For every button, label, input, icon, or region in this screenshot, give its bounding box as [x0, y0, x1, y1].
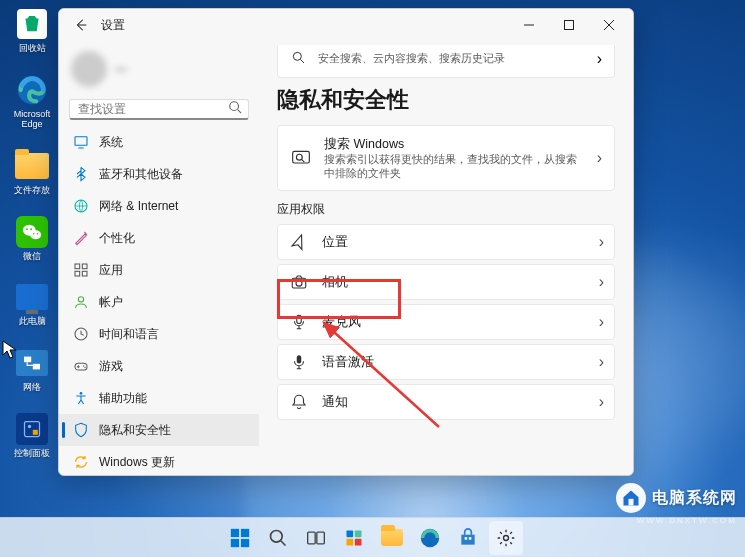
svg-rect-12 [565, 21, 574, 30]
settings-taskbar-icon[interactable] [489, 521, 523, 555]
widgets-icon[interactable] [337, 521, 371, 555]
desktop-icon-network[interactable]: 网络 [8, 345, 56, 393]
desktop-icon-this-pc[interactable]: 此电脑 [8, 279, 56, 327]
nav-label: 帐户 [99, 294, 123, 311]
desktop-icon-control-panel[interactable]: 控制面板 [8, 411, 56, 459]
chevron-right-icon: › [599, 313, 604, 331]
start-button[interactable] [223, 521, 257, 555]
svg-rect-45 [464, 537, 467, 540]
user-block[interactable]: — [59, 45, 259, 95]
search-input[interactable] [78, 102, 228, 116]
desktop-icon-recycle-bin[interactable]: 回收站 [8, 6, 56, 54]
close-button[interactable] [589, 9, 629, 41]
system-icon [73, 134, 89, 150]
notifications-icon [288, 393, 310, 411]
personalize-icon [73, 230, 89, 246]
svg-rect-36 [240, 538, 248, 546]
chevron-right-icon: › [599, 393, 604, 411]
nav-label: 应用 [99, 262, 123, 279]
taskbar-search-icon[interactable] [261, 521, 295, 555]
svg-rect-19 [82, 271, 87, 276]
nav-label: 网络 & Internet [99, 198, 178, 215]
svg-point-25 [80, 392, 83, 395]
desktop-icon-edge[interactable]: Microsoft Edge [8, 72, 56, 130]
search-windows-card[interactable]: 搜索 Windows 搜索索引以获得更快的结果，查找我的文件，从搜索中排除的文件… [277, 125, 615, 191]
desktop-icon-label: 微信 [23, 252, 41, 262]
sidebar-item-network[interactable]: 网络 & Internet [59, 190, 259, 222]
maximize-button[interactable] [549, 9, 589, 41]
permission-location[interactable]: 位置› [277, 224, 615, 260]
titlebar: 设置 [59, 9, 633, 41]
chevron-right-icon: › [597, 50, 602, 68]
svg-point-13 [230, 102, 239, 111]
svg-point-20 [78, 297, 83, 302]
desktop-icon-folder[interactable]: 文件存放 [8, 148, 56, 196]
sidebar-item-accessibility[interactable]: 辅助功能 [59, 382, 259, 414]
permission-camera[interactable]: 相机› [277, 264, 615, 300]
watermark-url: WWW.DNXTW.COM [637, 516, 737, 525]
desktop-icons: 回收站 Microsoft Edge 文件存放 微信 此电脑 网络 控制面板 [8, 6, 56, 459]
permission-voice[interactable]: 语音激活› [277, 344, 615, 380]
update-icon [73, 454, 89, 470]
search-box[interactable] [69, 99, 249, 120]
apps-icon [73, 262, 89, 278]
chevron-right-icon: › [599, 353, 604, 371]
svg-rect-40 [346, 530, 353, 537]
svg-rect-7 [24, 357, 31, 363]
nav-label: 蓝牙和其他设备 [99, 166, 183, 183]
svg-rect-27 [293, 151, 310, 163]
svg-rect-8 [33, 364, 40, 370]
chevron-right-icon: › [599, 233, 604, 251]
permission-label: 语音激活 [322, 354, 587, 371]
explorer-icon[interactable] [375, 521, 409, 555]
svg-rect-38 [307, 532, 315, 544]
desktop-icon-label: Microsoft Edge [8, 110, 56, 130]
task-view-icon[interactable] [299, 521, 333, 555]
back-button[interactable] [69, 13, 93, 37]
svg-point-6 [37, 233, 38, 234]
sidebar-item-gaming[interactable]: 游戏 [59, 350, 259, 382]
nav-label: 游戏 [99, 358, 123, 375]
user-name: — [115, 62, 127, 76]
sidebar-item-privacy[interactable]: 隐私和安全性 [59, 414, 259, 446]
main-panel: 安全搜索、云内容搜索、搜索历史记录 › 隐私和安全性 搜索 Windows 搜索… [259, 41, 633, 475]
svg-rect-32 [297, 356, 302, 364]
store-icon[interactable] [451, 521, 485, 555]
desktop-icon-wechat[interactable]: 微信 [8, 214, 56, 262]
svg-rect-35 [230, 538, 238, 546]
svg-rect-42 [346, 538, 353, 545]
minimize-button[interactable] [509, 9, 549, 41]
sidebar-item-time[interactable]: 时间和语言 [59, 318, 259, 350]
camera-icon [288, 273, 310, 291]
permission-label: 相机 [322, 274, 587, 291]
desktop-icon-label: 网络 [23, 383, 41, 393]
svg-point-5 [33, 233, 34, 234]
svg-rect-41 [354, 530, 361, 537]
svg-point-10 [28, 425, 31, 428]
svg-point-23 [83, 365, 84, 366]
sidebar-item-bluetooth[interactable]: 蓝牙和其他设备 [59, 158, 259, 190]
permission-microphone[interactable]: 麦克风› [277, 304, 615, 340]
sidebar-item-update[interactable]: Windows 更新 [59, 446, 259, 475]
chevron-right-icon: › [599, 273, 604, 291]
sidebar-item-accounts[interactable]: 帐户 [59, 286, 259, 318]
search-windows-icon [290, 148, 312, 168]
svg-rect-18 [75, 271, 80, 276]
svg-point-37 [270, 530, 282, 542]
sidebar-item-apps[interactable]: 应用 [59, 254, 259, 286]
sidebar-item-system[interactable]: 系统 [59, 126, 259, 158]
svg-rect-43 [354, 538, 361, 545]
accounts-icon [73, 294, 89, 310]
taskbar-edge-icon[interactable] [413, 521, 447, 555]
partial-card-top[interactable]: 安全搜索、云内容搜索、搜索历史记录 › [277, 45, 615, 75]
permission-label: 麦克风 [322, 314, 587, 331]
desktop-icon-label: 回收站 [19, 44, 46, 54]
avatar [71, 51, 107, 87]
bluetooth-icon [73, 166, 89, 182]
sidebar-item-personalize[interactable]: 个性化 [59, 222, 259, 254]
card-title: 搜索 Windows [324, 136, 585, 153]
permission-label: 位置 [322, 234, 587, 251]
svg-point-24 [84, 367, 85, 368]
svg-rect-46 [468, 537, 471, 540]
permission-notifications[interactable]: 通知› [277, 384, 615, 420]
